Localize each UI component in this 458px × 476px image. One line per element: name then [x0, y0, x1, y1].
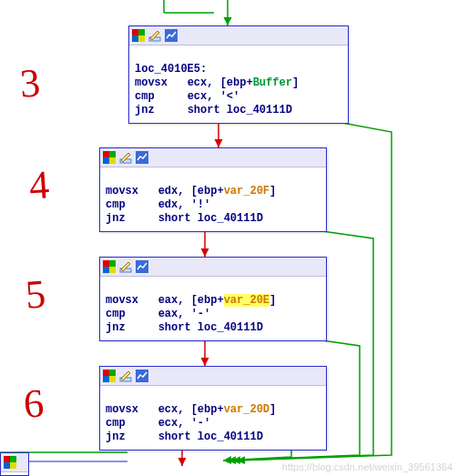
annotation-3: 3	[18, 59, 42, 106]
annotation-6: 6	[22, 380, 46, 427]
graph-canvas[interactable]: 3 4 5 6 loc_4010E5: movsx ecx, [ebp+Buff…	[0, 0, 458, 476]
svg-rect-18	[109, 157, 116, 164]
block-body: movsx edx, [ebp+var_20F] cmp edx, '!' jn…	[100, 167, 326, 231]
block-body: loc_4010E5: movsx ecx, [ebp+Buffer] cmp …	[129, 46, 348, 123]
edit-icon[interactable]	[118, 150, 133, 165]
block-titlebar	[100, 148, 326, 167]
chart-icon[interactable]	[135, 369, 149, 383]
chart-icon[interactable]	[135, 259, 149, 274]
svg-rect-17	[103, 157, 109, 164]
symbol-var-20f: var_20F	[224, 185, 270, 197]
svg-rect-34	[10, 456, 16, 462]
label-text: loc_4010E5:	[135, 63, 207, 76]
palette-icon[interactable]	[3, 455, 17, 470]
chart-icon[interactable]	[164, 28, 178, 43]
symbol-var-20e-highlight: var_20E	[224, 294, 270, 307]
block-titlebar	[100, 258, 326, 277]
svg-rect-24	[109, 267, 116, 273]
svg-rect-16	[109, 151, 116, 157]
edit-icon[interactable]	[148, 28, 162, 43]
svg-rect-28	[109, 370, 116, 376]
chart-icon[interactable]	[135, 150, 149, 165]
annotation-4: 4	[27, 161, 51, 208]
svg-rect-29	[103, 376, 109, 382]
block-titlebar	[129, 26, 348, 46]
palette-icon[interactable]	[102, 369, 117, 383]
basic-block-partial[interactable]	[0, 452, 29, 476]
svg-rect-30	[109, 376, 116, 382]
symbol-buffer: Buffer	[253, 76, 292, 89]
svg-rect-10	[138, 29, 145, 35]
svg-rect-21	[103, 260, 109, 267]
symbol-var-20d: var_20D	[224, 403, 270, 416]
block-body: movsx eax, [ebp+var_20E] cmp eax, '-' jn…	[100, 277, 326, 340]
edit-icon[interactable]	[118, 369, 133, 383]
svg-rect-12	[138, 35, 145, 42]
block-body: movsx ecx, [ebp+var_20D] cmp ecx, '-' jn…	[100, 386, 326, 450]
basic-block-5[interactable]: movsx eax, [ebp+var_20E] cmp eax, '-' jn…	[99, 257, 327, 341]
basic-block-6[interactable]: movsx ecx, [ebp+var_20D] cmp ecx, '-' jn…	[99, 366, 327, 451]
palette-icon[interactable]	[102, 259, 117, 274]
basic-block-4[interactable]: movsx edx, [ebp+var_20F] cmp edx, '!' jn…	[99, 147, 327, 232]
svg-rect-9	[132, 29, 138, 35]
block-titlebar	[100, 367, 326, 386]
palette-icon[interactable]	[131, 28, 146, 43]
svg-rect-15	[103, 151, 109, 157]
svg-rect-33	[4, 456, 10, 462]
basic-block-3[interactable]: loc_4010E5: movsx ecx, [ebp+Buffer] cmp …	[128, 25, 349, 124]
svg-rect-22	[109, 260, 116, 267]
annotation-5: 5	[24, 270, 47, 318]
svg-rect-36	[10, 462, 16, 469]
svg-rect-27	[103, 370, 109, 376]
svg-rect-35	[4, 462, 10, 469]
svg-rect-11	[132, 35, 138, 42]
watermark-text: https://blog.csdn.net/weixin_39561364	[282, 461, 453, 472]
svg-rect-23	[103, 267, 109, 273]
edit-icon[interactable]	[118, 259, 133, 274]
palette-icon[interactable]	[102, 150, 117, 165]
